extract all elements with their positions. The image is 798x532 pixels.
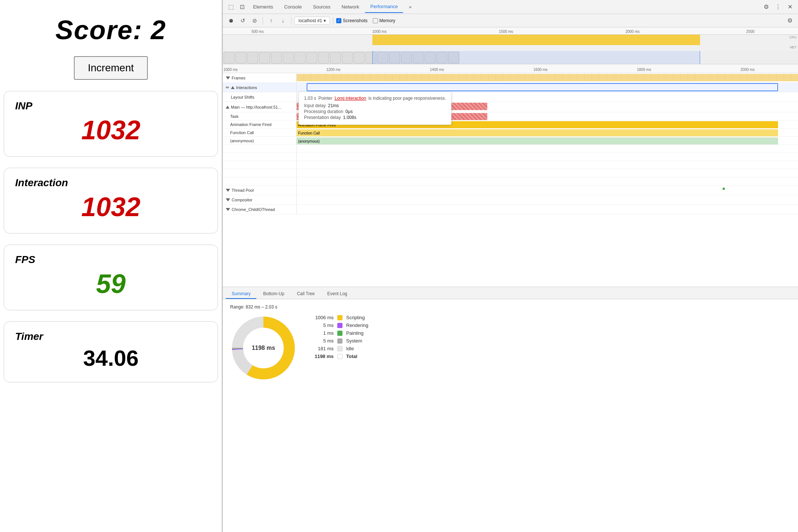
interactions-expand-icon[interactable] [231,86,235,89]
track-empty-content-5 [297,177,798,185]
io-thread-content [297,205,798,214]
main-expand-icon[interactable] [226,106,229,109]
track-io-thread-label[interactable]: Chrome_ChildIOThread [223,205,297,214]
track-frames-label[interactable]: Frames [223,73,297,82]
separator2 [291,17,291,24]
separator3 [333,17,333,24]
timeline-time-ruler: 1000 ms 1200 ms 1400 ms 1600 ms 1800 ms … [223,64,798,73]
track-io-thread[interactable]: Chrome_ChildIOThread [223,205,798,214]
device-icon[interactable]: ⊡ [237,2,247,12]
upload-button[interactable]: ↑ [266,16,276,26]
perf-settings-icon[interactable]: ⚙ [785,16,795,26]
screenshot-thumb-3 [247,52,258,64]
screenshot-thumb-19 [436,52,447,64]
io-thread-expand-icon[interactable] [226,208,230,211]
compositor-expand-icon[interactable] [226,198,230,201]
screenshots-label: Screenshots [343,18,368,23]
tab-bottom-up[interactable]: Bottom-Up [257,289,290,299]
interaction-label: Interaction [15,177,207,189]
close-icon[interactable]: ✕ [785,2,795,12]
track-function[interactable]: Function Call Function Call [223,129,798,137]
devtools-topbar-right: ⚙ ⋮ ✕ [761,2,795,12]
legend-painting: 1 ms Painting [311,330,368,336]
track-frames[interactable]: Frames [223,73,798,83]
memory-toggle[interactable]: Memory [373,18,395,23]
frames-expand-icon[interactable] [226,76,230,79]
legend-painting-value: 1 ms [311,330,334,336]
inp-label: INP [15,100,207,112]
screenshot-thumb-20 [448,52,459,64]
inspect-icon[interactable]: ⬚ [226,2,236,12]
function-bar[interactable]: Function Call [297,129,778,136]
increment-button[interactable]: Increment [74,56,148,80]
url-badge[interactable]: localhost #1 ▾ [294,17,330,25]
anonymous-bar[interactable]: (anonymous) [297,137,778,144]
track-thread-pool[interactable]: Thread Pool [223,185,798,195]
anonymous-label: (anonymous) [298,139,320,143]
settings-icon[interactable]: ⚙ [761,2,771,12]
donut-center-label: 1198 ms [252,345,275,351]
tooltip-type: Pointer [318,96,332,101]
tab-summary[interactable]: Summary [226,289,256,299]
legend-system-swatch [337,338,342,344]
tab-elements[interactable]: Elements [248,1,278,13]
legend-idle-swatch [337,346,342,351]
tooltip-link[interactable]: Long interaction [335,96,366,101]
tab-console[interactable]: Console [279,1,307,13]
track-thread-pool-label[interactable]: Thread Pool [223,185,297,195]
screenshot-thumb-15 [389,52,400,64]
more-icon[interactable]: ⋮ [773,2,783,12]
memory-checkbox[interactable] [373,18,378,23]
ruler-tick-500: 500 ms [252,27,264,34]
reload-button[interactable]: ↺ [238,16,248,26]
screenshots-checkbox[interactable]: ✓ [336,18,341,23]
track-compositor-label[interactable]: Compositor [223,195,297,204]
memory-label: Memory [379,18,395,23]
tooltip-input-delay-row: Input delay 21ms [304,103,446,108]
animation-label-text: Animation Frame Fired [230,122,272,127]
tooltip-presentation-val: 1.008s [343,115,356,120]
track-empty-label-3 [223,161,297,169]
track-anonymous-label: (anonymous) [223,137,297,144]
tab-sources[interactable]: Sources [308,1,336,13]
track-interactions[interactable]: ✏ Interactions [223,83,798,92]
track-main-label[interactable]: Main — http://localhost:51... [223,102,297,112]
track-empty-label-5 [223,177,297,185]
screenshots-toggle[interactable]: ✓ Screenshots [336,18,368,23]
tooltip-message: is indicating poor page responsiveness. [368,96,446,101]
track-compositor[interactable]: Compositor [223,195,798,205]
thread-pool-expand-icon[interactable] [226,189,230,192]
ruler-tick-1000: 1000 ms [372,27,386,34]
timeline-tracks[interactable]: Frames ✏ Interactions [223,73,798,287]
legend-scripting: 1006 ms Scripting [311,315,368,320]
tab-event-log[interactable]: Event Log [321,289,353,299]
clear-button[interactable]: ⊘ [249,16,260,26]
screenshot-thumb-11 [342,52,353,64]
tab-more[interactable]: » [404,1,417,13]
download-button[interactable]: ↓ [278,16,288,26]
layout-shifts-label-text: Layout Shifts [226,95,255,99]
tooltip-processing-row: Processing duration 0μs [304,109,446,114]
screenshot-thumb-2 [235,52,246,64]
thread-pool-content [297,185,798,195]
track-layout-label[interactable]: Layout Shifts [223,92,297,102]
legend-painting-name: Painting [346,330,364,336]
timeline-overview[interactable]: 500 ms 1000 ms 1500 ms 2000 ms 2500 CPU … [223,27,798,64]
tab-call-tree[interactable]: Call Tree [291,289,321,299]
timeline-ruler-top: 500 ms 1000 ms 1500 ms 2000 ms 2500 [223,27,798,35]
record-button[interactable]: ⏺ [226,16,236,26]
tab-network[interactable]: Network [337,1,365,13]
perf-toolbar: ⏺ ↺ ⊘ ↑ ↓ localhost #1 ▾ ✓ Screenshots M… [223,14,798,27]
screenshot-thumb-12 [354,52,365,64]
io-thread-label-text: Chrome_ChildIOThread [232,207,275,212]
screenshot-strip-inner [223,51,798,64]
cpu-bar: CPU [223,35,798,45]
main-label-text: Main — http://localhost:51... [231,105,281,109]
track-anonymous[interactable]: (anonymous) (anonymous) [223,137,798,145]
track-interactions-label[interactable]: ✏ Interactions [223,83,297,92]
tab-performance[interactable]: Performance [365,1,403,13]
tooltip-processing-key: Processing duration [304,109,343,114]
interaction-bar[interactable] [307,83,778,91]
interaction-value: 1032 [15,192,207,222]
tooltip-presentation-key: Presentation delay [304,115,341,120]
